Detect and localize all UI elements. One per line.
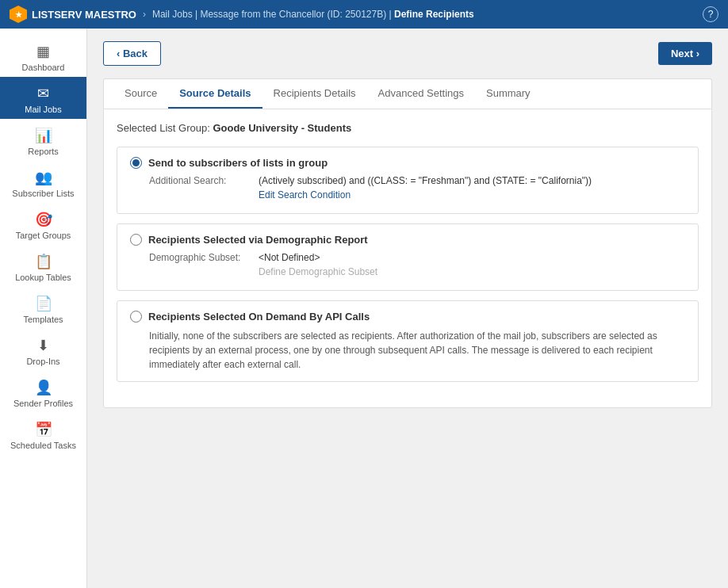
option-row-demographic: Demographic Subset: <Not Defined>: [149, 252, 685, 263]
brand: ★ LISTSERV MAESTRO: [10, 6, 136, 23]
target-groups-icon: 🎯: [35, 211, 52, 228]
brand-name: LISTSERV MAESTRO: [32, 9, 136, 21]
main-card: Selected List Group: Goode University - …: [103, 109, 712, 408]
sidebar-item-label: Subscriber Lists: [12, 189, 74, 198]
option-api: Recipients Selected On Demand By API Cal…: [117, 300, 699, 382]
tab-source[interactable]: Source: [113, 79, 168, 109]
sidebar-item-mail-jobs[interactable]: ✉ Mail Jobs: [0, 77, 86, 119]
option-header-2: Recipients Selected via Demographic Repo…: [130, 234, 685, 246]
help-icon[interactable]: ?: [703, 6, 718, 22]
next-button[interactable]: Next ›: [658, 42, 712, 65]
selected-group-label: Selected List Group:: [117, 122, 210, 134]
sidebar-item-templates[interactable]: 📄 Templates: [0, 287, 86, 329]
option-title-1: Send to subscribers of lists in group: [148, 157, 328, 169]
search-value: (Actively subscribed) and ((CLASS: = "Fr…: [259, 175, 592, 186]
option-title-3: Recipients Selected On Demand By API Cal…: [148, 311, 370, 323]
radio-api[interactable]: [130, 311, 142, 323]
sidebar-item-label: Mail Jobs: [25, 105, 61, 114]
option-title-2: Recipients Selected via Demographic Repo…: [148, 234, 368, 246]
sidebar: ▦ Dashboard ✉ Mail Jobs 📊 Reports 👥 Subs…: [0, 29, 87, 588]
mail-jobs-icon: ✉: [37, 85, 49, 102]
api-description: Initially, none of the subscribers are s…: [149, 329, 685, 372]
option-demographic: Recipients Selected via Demographic Repo…: [117, 223, 699, 291]
sidebar-item-label: Dashboard: [22, 63, 65, 72]
sidebar-item-lookup-tables[interactable]: 📋 Lookup Tables: [0, 245, 86, 287]
breadcrumb: Mail Jobs | Message from the Chancellor …: [152, 9, 474, 20]
option-header-1: Send to subscribers of lists in group: [130, 157, 685, 169]
sidebar-item-label: Scheduled Tasks: [10, 441, 76, 450]
drop-ins-icon: ⬇: [37, 337, 49, 354]
brand-icon: ★: [10, 6, 27, 23]
sidebar-item-target-groups[interactable]: 🎯 Target Groups: [0, 203, 86, 245]
breadcrumb-chevron: ›: [143, 9, 146, 20]
subscriber-lists-icon: 👥: [35, 169, 52, 186]
demographic-value: <Not Defined>: [259, 252, 320, 263]
selected-group: Selected List Group: Goode University - …: [117, 122, 699, 134]
tab-advanced-settings[interactable]: Advanced Settings: [367, 79, 475, 109]
tab-bar: Source Source Details Recipients Details…: [103, 78, 712, 109]
content-area: ‹ Back Next › Source Source Details Reci…: [87, 29, 728, 588]
option-details-2: Demographic Subset: <Not Defined> Define…: [149, 252, 685, 277]
reports-icon: 📊: [35, 127, 52, 144]
selected-group-value: Goode University - Students: [213, 122, 351, 134]
sender-profiles-icon: 👤: [35, 379, 52, 396]
demographic-label: Demographic Subset:: [149, 252, 252, 263]
back-button[interactable]: ‹ Back: [103, 41, 161, 66]
lookup-tables-icon: 📋: [35, 253, 52, 270]
tab-source-details[interactable]: Source Details: [168, 79, 262, 109]
scheduled-tasks-icon: 📅: [35, 421, 52, 438]
sidebar-item-drop-ins[interactable]: ⬇ Drop-Ins: [0, 329, 86, 371]
option-header-3: Recipients Selected On Demand By API Cal…: [130, 311, 685, 323]
search-label: Additional Search:: [149, 175, 252, 186]
radio-demographic[interactable]: [130, 234, 142, 246]
top-header: ★ LISTSERV MAESTRO › Mail Jobs | Message…: [0, 0, 728, 29]
sidebar-item-label: Target Groups: [16, 231, 71, 240]
sidebar-item-label: Lookup Tables: [15, 273, 71, 282]
option-details-3: Initially, none of the subscribers are s…: [149, 329, 685, 372]
sidebar-item-label: Templates: [23, 315, 63, 324]
define-demographic-link: Define Demographic Subset: [259, 266, 377, 277]
tab-recipients-details[interactable]: Recipients Details: [262, 79, 367, 109]
sidebar-item-dashboard[interactable]: ▦ Dashboard: [0, 35, 86, 77]
sidebar-item-label: Drop-Ins: [26, 357, 59, 366]
edit-search-condition-link[interactable]: Edit Search Condition: [259, 189, 351, 200]
sidebar-item-scheduled-tasks[interactable]: 📅 Scheduled Tasks: [0, 413, 86, 455]
templates-icon: 📄: [35, 295, 52, 312]
sidebar-item-label: Reports: [28, 147, 59, 156]
sidebar-item-sender-profiles[interactable]: 👤 Sender Profiles: [0, 371, 86, 413]
option-row-search-link: Edit Search Condition: [149, 189, 685, 200]
sidebar-item-subscriber-lists[interactable]: 👥 Subscriber Lists: [0, 161, 86, 203]
option-list-subscribers: Send to subscribers of lists in group Ad…: [117, 147, 699, 214]
sidebar-item-reports[interactable]: 📊 Reports: [0, 119, 86, 161]
option-row-search: Additional Search: (Actively subscribed)…: [149, 175, 685, 186]
dashboard-icon: ▦: [36, 43, 50, 60]
sidebar-item-label: Sender Profiles: [13, 399, 73, 408]
option-row-demographic-link: Define Demographic Subset: [149, 266, 685, 277]
tab-summary[interactable]: Summary: [475, 79, 542, 109]
option-details-1: Additional Search: (Actively subscribed)…: [149, 175, 685, 200]
radio-list-subscribers[interactable]: [130, 157, 142, 169]
action-bar: ‹ Back Next ›: [103, 41, 712, 66]
